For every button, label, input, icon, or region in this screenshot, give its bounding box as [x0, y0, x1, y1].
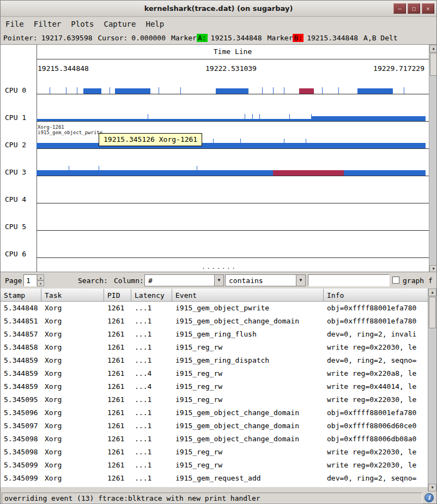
match-select[interactable]: contains ▼ [225, 274, 306, 286]
event-tick[interactable] [99, 166, 99, 170]
cell-info: dev=0, ring=2, invali [324, 328, 429, 341]
spinner-down-icon[interactable]: ▼ [37, 280, 44, 286]
table-row[interactable]: 5.344851Xorg1261...1i915_gem_object_chan… [1, 315, 429, 328]
column-header-latency[interactable]: Latency [131, 289, 172, 302]
event-tick[interactable] [213, 139, 214, 143]
maximize-button[interactable]: □ [408, 3, 420, 14]
cell-info: obj=0xffff88001efa780 [324, 315, 429, 328]
graph-area[interactable]: Time Line 19215.344848 19222.531039 1922… [1, 44, 437, 272]
table-scrollbar-thumb[interactable] [429, 297, 436, 328]
pane-handle[interactable]: ······· [191, 266, 247, 271]
column-header-stamp[interactable]: Stamp [1, 289, 41, 302]
event-tick[interactable] [50, 87, 50, 94]
cell-stamp: 5.344859 [1, 367, 41, 380]
task-bar[interactable] [216, 88, 248, 94]
table-row[interactable]: 5.345098Xorg1261...1i915_gem_object_chan… [1, 433, 429, 446]
cell-stamp: 5.344848 [1, 302, 41, 315]
task-bar[interactable] [115, 88, 150, 94]
cpu-row: CPU 1 [1, 105, 429, 132]
page-value[interactable]: 1 [23, 274, 37, 286]
column-header-event[interactable]: Event [172, 289, 324, 302]
table-row[interactable]: 5.344859Xorg1261...4i915_reg_rwwrite reg… [1, 380, 429, 393]
graph-scrollbar-thumb[interactable] [430, 53, 437, 76]
menu-help[interactable]: Help [141, 18, 169, 30]
cell-task: Xorg [41, 446, 104, 459]
task-bar[interactable] [273, 170, 344, 176]
cell-info: write reg=0x220a8, le [324, 367, 429, 380]
event-tick[interactable] [284, 87, 284, 94]
event-tick[interactable] [240, 139, 241, 143]
cpu-row: CPU 0 [1, 77, 429, 105]
event-tick[interactable] [110, 87, 110, 94]
cell-pid: 1261 [104, 302, 131, 315]
table-scrollbar[interactable]: ▲ ▼ [428, 289, 436, 491]
event-tick[interactable] [77, 87, 77, 94]
event-tick[interactable] [159, 87, 159, 94]
scroll-up-icon[interactable]: ▲ [429, 45, 437, 52]
event-tick[interactable] [252, 114, 253, 119]
column-header-task[interactable]: Task [41, 289, 104, 302]
search-input[interactable] [308, 274, 390, 286]
event-tick[interactable] [311, 114, 312, 119]
column-header-pid[interactable]: PID [104, 289, 131, 302]
table-row[interactable]: 5.345098Xorg1261...1i915_reg_rwwrite reg… [1, 446, 429, 459]
spinner-up-icon[interactable]: ▲ [37, 274, 44, 280]
table-row[interactable]: 5.344858Xorg1261...1i915_reg_rwwrite reg… [1, 341, 429, 354]
page-spinner[interactable]: 1 ▲ ▼ [23, 274, 44, 286]
scroll-up-icon[interactable]: ▲ [428, 289, 436, 296]
table-row[interactable]: 5.345097Xorg1261...1i915_gem_object_chan… [1, 419, 429, 433]
event-tick[interactable] [306, 139, 306, 143]
event-tick[interactable] [284, 139, 284, 143]
event-tick[interactable] [262, 87, 263, 94]
event-tick[interactable] [289, 114, 290, 119]
menu-file[interactable]: File [1, 18, 29, 30]
scroll-down-icon[interactable]: ▼ [429, 265, 437, 272]
cell-task: Xorg [41, 472, 104, 485]
event-tick[interactable] [148, 114, 148, 119]
event-tick[interactable] [404, 87, 404, 94]
task-bar[interactable] [299, 88, 314, 94]
cell-pid: 1261 [104, 393, 131, 406]
task-bar[interactable] [311, 116, 426, 121]
column-header-info[interactable]: Info [324, 289, 429, 302]
table-row[interactable]: 5.345095Xorg1261...1i915_reg_rwwrite reg… [1, 393, 429, 406]
table-row[interactable]: 5.345096Xorg1261...1i915_gem_object_chan… [1, 406, 429, 419]
column-select[interactable]: # ▼ [144, 274, 224, 286]
menu-plots[interactable]: Plots [66, 18, 99, 30]
chevron-down-icon: ▼ [296, 275, 305, 286]
cell-event: i915_reg_rw [172, 393, 324, 406]
close-button[interactable]: ✕ [422, 3, 434, 14]
task-bar[interactable] [37, 143, 426, 148]
menu-filter[interactable]: Filter [29, 18, 66, 30]
graph-follows-checkbox[interactable] [392, 277, 399, 284]
graph-scrollbar[interactable]: ▲ ▼ [429, 45, 437, 272]
titlebar[interactable]: kernelshark(trace.dat) (on sugarbay) — □… [1, 1, 436, 17]
scroll-down-icon[interactable]: ▼ [428, 484, 436, 491]
event-tick[interactable] [180, 87, 181, 94]
event-tick[interactable] [197, 166, 197, 170]
menu-capture[interactable]: Capture [99, 18, 141, 30]
event-tick[interactable] [69, 166, 69, 170]
minimize-button[interactable]: — [393, 3, 406, 14]
table-row[interactable]: 5.345099Xorg1261...1i915_reg_rwwrite reg… [1, 459, 429, 472]
table-row[interactable]: 5.344848Xorg1261...1i915_gem_object_pwri… [1, 302, 429, 315]
task-bar[interactable] [83, 88, 101, 94]
cpu-label: CPU 1 [5, 113, 26, 122]
task-bar[interactable] [357, 88, 393, 94]
controls-bar: Page 1 ▲ ▼ Search: Column: # ▼ contains … [1, 272, 436, 289]
event-tick[interactable] [66, 87, 66, 94]
event-tick[interactable] [259, 114, 260, 119]
event-tick[interactable] [322, 87, 323, 94]
task-annotation: Xorg-1261 [38, 124, 64, 130]
table-row[interactable]: 5.344859Xorg1261...4i915_reg_rwwrite reg… [1, 367, 429, 380]
table-row[interactable]: 5.345099Xorg1261...1i915_gem_request_add… [1, 472, 429, 485]
table-row[interactable]: 5.344859Xorg1261...1i915_gem_ring_dispat… [1, 354, 429, 367]
event-tick[interactable] [273, 87, 274, 94]
task-bar[interactable] [37, 170, 426, 176]
cell-pid: 1261 [104, 367, 131, 380]
table-row[interactable]: 5.344857Xorg1261...1i915_gem_ring_flushd… [1, 328, 429, 341]
event-tick[interactable] [338, 87, 339, 94]
event-tick[interactable] [245, 114, 245, 119]
info-icon[interactable]: i [424, 493, 434, 502]
cell-event: i915_gem_object_change_domain [172, 315, 324, 328]
